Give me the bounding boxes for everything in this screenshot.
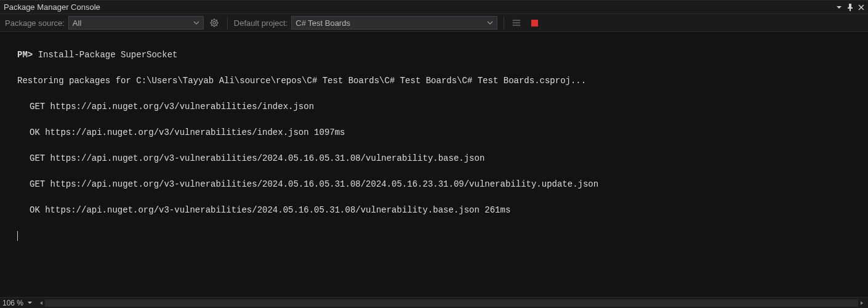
horizontal-scrollbar[interactable] (38, 299, 866, 307)
clear-console-icon[interactable] (510, 16, 524, 30)
console-line: OK https://api.nuget.org/v3/vulnerabilit… (2, 126, 866, 139)
package-source-value: All (73, 18, 81, 28)
close-icon[interactable] (858, 4, 864, 10)
scroll-left-icon[interactable] (38, 299, 45, 307)
console-line: OK https://api.nuget.org/v3-vulnerabilit… (2, 204, 866, 217)
command-text: Install-Package SuperSocket (38, 50, 178, 60)
console-line: GET https://api.nuget.org/v3-vulnerabili… (2, 152, 866, 165)
zoom-level[interactable]: 106 % (2, 299, 23, 307)
separator (504, 17, 504, 29)
chevron-down-icon[interactable] (27, 300, 33, 306)
svg-rect-0 (849, 4, 851, 7)
svg-rect-2 (850, 9, 851, 11)
prompt: PM> (17, 50, 33, 60)
status-bar: 106 % (0, 297, 868, 308)
package-source-label: Package source: (5, 18, 65, 28)
chevron-down-icon (487, 20, 493, 26)
console-line: GET https://api.nuget.org/v3/vulnerabili… (2, 100, 866, 113)
toolbar: Package source: All Default project: C# … (0, 14, 868, 32)
svg-point-3 (213, 22, 215, 24)
console-output[interactable]: PM> Install-Package SuperSocket Restorin… (0, 32, 868, 297)
console-line: GET https://api.nuget.org/v3-vulnerabili… (2, 178, 866, 191)
chevron-down-icon (193, 20, 199, 26)
svg-point-4 (211, 20, 217, 26)
panel-titlebar: Package Manager Console (0, 0, 868, 14)
stop-button[interactable] (528, 16, 541, 30)
default-project-label: Default project: (234, 18, 287, 28)
stop-icon (531, 20, 538, 26)
svg-rect-1 (848, 7, 853, 9)
text-cursor (17, 231, 18, 241)
package-source-dropdown[interactable]: All (68, 16, 204, 30)
settings-gear-icon[interactable] (207, 16, 221, 30)
scroll-track[interactable] (45, 299, 858, 307)
scroll-right-icon[interactable] (858, 299, 866, 307)
default-project-value: C# Test Boards (295, 18, 350, 28)
separator (227, 17, 228, 29)
default-project-dropdown[interactable]: C# Test Boards (291, 16, 497, 30)
window-dropdown-icon[interactable] (836, 4, 842, 10)
console-line: Restoring packages for C:\Users\Tayyab A… (2, 75, 866, 87)
panel-title: Package Manager Console (4, 2, 100, 12)
pin-icon[interactable] (847, 4, 853, 11)
